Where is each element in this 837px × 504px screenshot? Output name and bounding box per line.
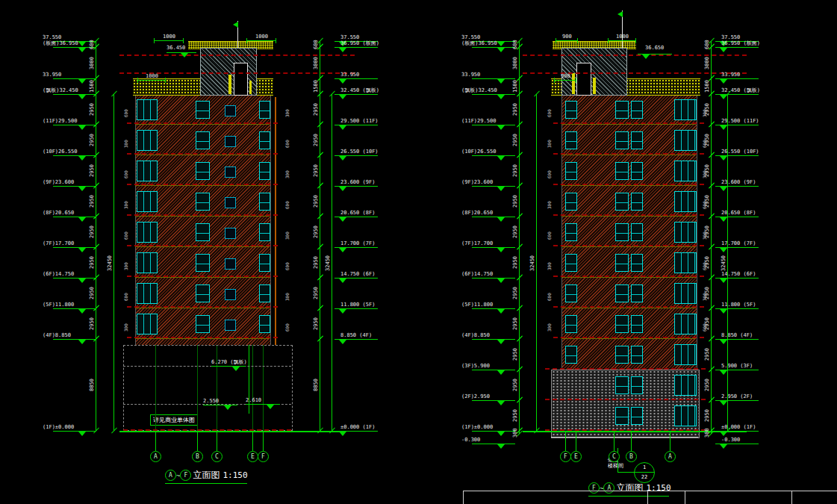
window <box>565 193 577 211</box>
level-label: 37.550 <box>340 34 359 40</box>
callout-detail-number: 1 <box>635 463 654 473</box>
level-label: 2.950 (2F) <box>721 393 753 399</box>
window <box>631 101 643 119</box>
floor-slab-line <box>135 246 270 247</box>
grid-bubble: A <box>665 451 676 462</box>
level-label: 20.650 (8F) <box>721 210 756 216</box>
window <box>631 407 643 425</box>
podium-dash-line <box>123 366 291 367</box>
window <box>196 162 210 180</box>
machine-room-door <box>576 63 591 96</box>
level-label: (6F)14.750 <box>461 271 493 277</box>
window <box>259 131 270 149</box>
level-triangle <box>497 125 505 130</box>
grid-bubble: C <box>211 451 223 462</box>
callout-line2: 楼梯间 <box>608 463 623 469</box>
dim-tick <box>317 122 323 128</box>
floor-red-line <box>553 245 704 246</box>
dim-label: 2950 <box>313 317 319 330</box>
level-line <box>53 155 96 156</box>
level-triangle <box>339 187 346 191</box>
dim-chain-line <box>320 125 320 155</box>
dim-label: 2950 <box>89 134 95 146</box>
facade-level-label: 36.650 <box>645 45 664 51</box>
window <box>137 222 158 243</box>
dim-chain-line <box>96 308 96 339</box>
level-label: -0.300 <box>721 437 740 443</box>
level-triangle <box>497 95 505 99</box>
dim-line <box>554 80 576 81</box>
dim-chain-line <box>96 78 96 94</box>
sill-dim-label: 600 <box>547 293 553 301</box>
window <box>259 101 270 119</box>
title-block-divider <box>463 491 464 504</box>
sill-dim-label: 300 <box>124 140 129 148</box>
sill-dim-label: 300 <box>547 262 553 270</box>
level-triangle <box>497 217 505 222</box>
sill-dim-label: 300 <box>285 109 290 117</box>
dim-label: 2950 <box>512 256 518 269</box>
grid-bubble: F <box>560 451 571 462</box>
sill-dim-label: 300 <box>703 293 708 301</box>
level-line <box>472 125 515 125</box>
window <box>565 346 577 364</box>
floor-red-line <box>127 122 278 124</box>
dim-label: 300 <box>512 428 518 438</box>
floor-slab-line <box>561 246 696 247</box>
floor-slab-line <box>561 124 696 125</box>
dim-tick <box>317 152 323 158</box>
floor-red-line <box>127 276 278 277</box>
level-triangle <box>78 340 86 344</box>
grid-bubble: A <box>150 451 161 462</box>
level-triangle <box>78 156 86 161</box>
dim-line <box>137 80 166 81</box>
dim-label: 2950 <box>89 164 95 177</box>
level-label: (飘板)32.450 <box>43 87 78 93</box>
window <box>259 223 270 241</box>
level-line <box>53 94 96 95</box>
level-triangle <box>78 95 86 99</box>
dim-tick <box>709 122 715 128</box>
level-label: (1F)±0.000 <box>43 424 74 430</box>
window <box>615 131 629 149</box>
dim-chain-line <box>711 278 712 308</box>
level-label: 8.850 (4F) <box>721 332 753 338</box>
level-label: 23.600 (9F) <box>340 179 375 185</box>
dim-chain-line <box>519 47 520 78</box>
dim-label: 3000 <box>89 57 95 69</box>
window <box>631 193 643 211</box>
podium-level-label: 6.270 (飘板) <box>211 359 247 365</box>
level-triangle <box>339 248 346 252</box>
level-label: ±0.000 (1F) <box>340 424 375 430</box>
level-line <box>472 47 515 48</box>
window <box>259 254 270 272</box>
sill-dim-label: 300 <box>547 140 553 148</box>
dim-chain-line <box>96 94 96 125</box>
level-triangle <box>720 48 727 52</box>
dim-tick <box>154 38 155 43</box>
dim-tick <box>517 244 523 250</box>
level-line <box>53 308 96 309</box>
grid-bubble-leader <box>670 432 670 451</box>
window <box>615 284 629 302</box>
upper-red-line <box>523 72 747 74</box>
cad-canvas[interactable]: A~F立面图1:150 F~A立面图1:150 详见商业单体图 做法 楼梯间 1… <box>0 0 837 504</box>
dim-chain-line <box>711 125 712 155</box>
dim-chain-line <box>519 370 520 400</box>
base-line <box>551 437 698 438</box>
level-label: (7F)17.700 <box>43 240 74 246</box>
sill-dim-label: 600 <box>703 262 708 270</box>
window <box>259 193 270 211</box>
dim-line <box>556 40 578 41</box>
podium-level-triangle <box>267 405 274 409</box>
level-label: 5.900 (3F) <box>721 363 753 369</box>
level-line <box>472 339 515 340</box>
window <box>674 99 697 120</box>
dim-chain-line <box>320 47 320 78</box>
level-line <box>53 186 96 187</box>
sill-dim-label: 600 <box>547 170 553 178</box>
level-line <box>472 370 515 370</box>
dim-chain-line <box>711 370 712 400</box>
level-triangle <box>497 156 505 161</box>
dim-chain-line <box>519 155 520 186</box>
